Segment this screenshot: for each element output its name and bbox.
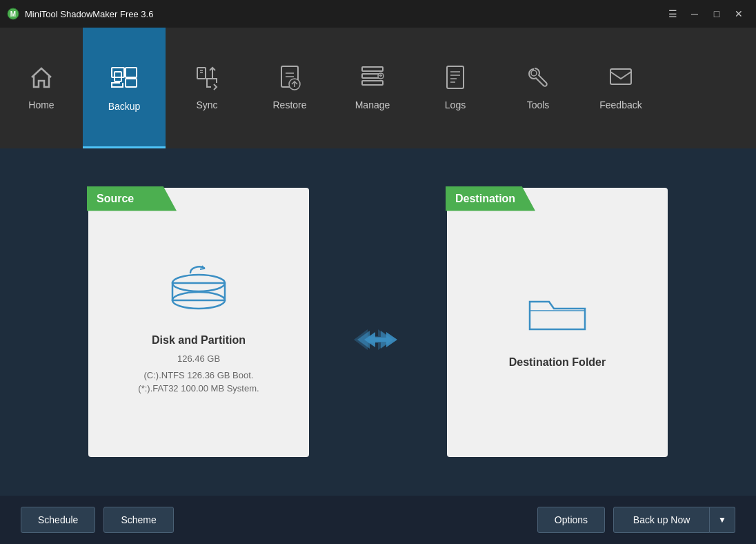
backup-now-dropdown[interactable]: ▼	[710, 507, 735, 533]
home-icon	[28, 64, 55, 95]
minimize-button[interactable]: ─	[684, 6, 705, 22]
nav-manage-label: Manage	[355, 99, 390, 110]
nav-backup-label: Backup	[108, 101, 141, 112]
svg-rect-6	[197, 68, 206, 79]
source-section: Source Disk and Partition 126.46 GB (C:)…	[88, 188, 309, 457]
scheme-button[interactable]: Scheme	[103, 507, 173, 533]
title-left: M MiniTool ShadowMaker Free 3.6	[7, 8, 153, 20]
bottom-bar: Schedule Scheme Options Back up Now ▼	[0, 496, 756, 544]
destination-label: Destination	[446, 186, 535, 211]
nav-bar: Home Backup	[0, 28, 756, 148]
nav-logs[interactable]: Logs	[414, 28, 497, 148]
svg-rect-5	[126, 79, 137, 87]
restore-icon	[276, 64, 304, 95]
menu-button[interactable]: ☰	[662, 6, 683, 22]
schedule-button[interactable]: Schedule	[21, 507, 95, 533]
nav-restore[interactable]: Restore	[248, 28, 331, 148]
nav-home[interactable]: Home	[0, 28, 83, 148]
source-title: Disk and Partition	[152, 334, 246, 347]
backup-now-button[interactable]: Back up Now	[613, 507, 710, 533]
nav-tools[interactable]: Tools	[497, 28, 579, 148]
nav-restore-label: Restore	[272, 99, 306, 110]
svg-rect-11	[362, 81, 383, 85]
options-button[interactable]: Options	[537, 507, 605, 533]
app-logo-icon: M	[7, 8, 19, 20]
destination-card[interactable]: Destination Destination Folder	[447, 188, 668, 457]
source-card[interactable]: Source Disk and Partition 126.46 GB (C:)…	[88, 188, 309, 457]
svg-text:M: M	[10, 10, 16, 18]
close-button[interactable]: ✕	[728, 6, 749, 22]
maximize-button[interactable]: □	[706, 6, 727, 22]
nav-feedback-label: Feedback	[599, 99, 641, 110]
nav-home-label: Home	[28, 99, 54, 110]
destination-section: Destination Destination Folder	[447, 188, 668, 457]
nav-logs-label: Logs	[445, 99, 466, 110]
title-bar: M MiniTool ShadowMaker Free 3.6 ☰ ─ □ ✕	[0, 0, 756, 28]
backup-now-group: Back up Now ▼	[613, 507, 735, 533]
nav-tools-label: Tools	[527, 99, 550, 110]
backup-icon	[109, 62, 139, 97]
nav-sync-label: Sync	[196, 99, 217, 110]
source-size: 126.46 GB	[177, 352, 220, 366]
svg-rect-4	[126, 68, 137, 77]
destination-title: Destination Folder	[509, 356, 606, 369]
svg-rect-9	[362, 67, 383, 71]
manage-icon	[359, 64, 386, 95]
source-label: Source	[87, 186, 177, 211]
nav-sync[interactable]: Sync	[166, 28, 248, 148]
title-controls: ☰ ─ □ ✕	[662, 6, 749, 22]
logs-icon	[441, 64, 469, 95]
arrow-indicator	[350, 322, 406, 357]
app-title: MiniTool ShadowMaker Free 3.6	[25, 9, 153, 19]
svg-point-14	[531, 70, 537, 76]
destination-icon-area	[523, 284, 592, 342]
feedback-icon	[607, 64, 635, 95]
source-icon-area	[164, 262, 233, 320]
nav-feedback[interactable]: Feedback	[579, 28, 662, 148]
main-content: Source Disk and Partition 126.46 GB (C:)…	[0, 148, 756, 496]
source-detail1: (C:).NTFS 126.36 GB Boot.	[144, 369, 254, 382]
nav-backup[interactable]: Backup	[83, 28, 166, 148]
source-detail2: (*:).FAT32 100.00 MB System.	[138, 382, 259, 396]
nav-manage[interactable]: Manage	[331, 28, 414, 148]
svg-rect-13	[447, 66, 464, 88]
sync-icon	[193, 64, 221, 95]
svg-rect-15	[610, 69, 631, 84]
tools-icon	[524, 64, 552, 95]
